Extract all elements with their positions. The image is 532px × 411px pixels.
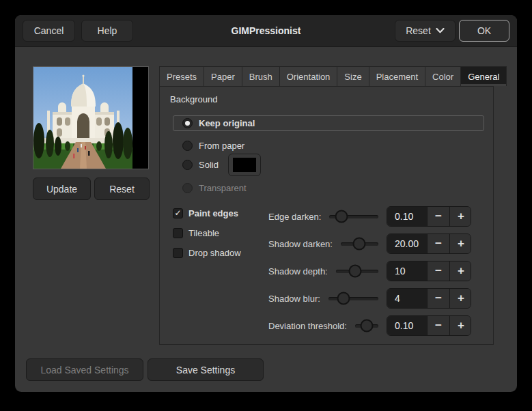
tab-brush[interactable]: Brush bbox=[242, 66, 280, 86]
header-bar: GIMPressionist Cancel Help Reset OK bbox=[15, 15, 517, 47]
radio-keep-original[interactable] bbox=[182, 118, 193, 128]
preview-frame bbox=[33, 66, 149, 169]
slider-knob-deviation-threshold[interactable] bbox=[360, 320, 373, 332]
load-saved-settings-button: Load Saved Settings bbox=[26, 358, 143, 381]
radio-transparent bbox=[182, 183, 193, 193]
slider-track-deviation-threshold[interactable] bbox=[355, 324, 378, 328]
spin-increment-button[interactable]: + bbox=[449, 316, 471, 335]
minus-icon: − bbox=[435, 319, 442, 332]
tab-color[interactable]: Color bbox=[425, 66, 461, 86]
radio-solid[interactable] bbox=[182, 160, 193, 170]
tab-orientation[interactable]: Orientation bbox=[280, 66, 338, 86]
spin-decrement-button[interactable]: − bbox=[427, 289, 449, 308]
radio-label-transparent: Transparent bbox=[199, 183, 247, 193]
reset-menu-button[interactable]: Reset bbox=[395, 20, 456, 42]
slider-row-edge-darken: Edge darken: 0.10 − + bbox=[268, 206, 471, 227]
tab-presets[interactable]: Presets bbox=[159, 66, 204, 86]
spin-increment-button[interactable]: + bbox=[449, 234, 471, 253]
slider-track-shadow-blur[interactable] bbox=[328, 297, 378, 300]
slider-label-shadow-blur: Shadow blur: bbox=[268, 294, 320, 304]
slider-label-edge-darken: Edge darken: bbox=[268, 212, 321, 222]
checkbox-row-paint-edges[interactable]: ✓ Paint edges bbox=[173, 207, 238, 219]
color-swatch bbox=[233, 158, 256, 172]
checkbox-label-paint-edges: Paint edges bbox=[188, 208, 238, 218]
slider-row-shadow-darken: Shadow darken: 20.00 − + bbox=[268, 233, 471, 254]
spin-value-shadow-blur[interactable]: 4 bbox=[387, 289, 427, 308]
tab-general[interactable]: General bbox=[461, 66, 507, 86]
spin-value-deviation-threshold[interactable]: 0.10 bbox=[387, 316, 427, 335]
checkbox-row-drop-shadow[interactable]: Drop shadow bbox=[173, 246, 241, 259]
tab-placement[interactable]: Placement bbox=[369, 66, 425, 86]
reset-menu-label: Reset bbox=[406, 25, 431, 36]
radio-row-transparent: Transparent bbox=[182, 182, 247, 194]
slider-knob-edge-darken[interactable] bbox=[335, 210, 348, 223]
spin-value-shadow-depth[interactable]: 10 bbox=[387, 261, 427, 281]
gimpressionist-dialog: GIMPressionist Cancel Help Reset OK bbox=[15, 15, 517, 392]
slider-label-shadow-darken: Shadow darken: bbox=[268, 239, 333, 249]
save-settings-button[interactable]: Save Settings bbox=[148, 358, 264, 381]
help-button[interactable]: Help bbox=[81, 20, 133, 42]
slider-track-shadow-depth[interactable] bbox=[336, 270, 378, 273]
plus-icon: + bbox=[458, 264, 464, 278]
checkmark-icon: ✓ bbox=[174, 209, 181, 217]
checkbox-label-drop-shadow: Drop shadow bbox=[188, 248, 241, 258]
radio-row-solid[interactable]: Solid bbox=[182, 154, 261, 176]
radio-from-paper[interactable] bbox=[182, 141, 193, 151]
tab-size[interactable]: Size bbox=[337, 66, 369, 86]
cancel-button[interactable]: Cancel bbox=[23, 20, 75, 42]
slider-knob-shadow-depth[interactable] bbox=[348, 265, 361, 278]
general-tab-panel: Background Keep original From paper Soli… bbox=[159, 86, 494, 345]
chevron-down-icon bbox=[436, 28, 445, 33]
radio-label-from-paper: From paper bbox=[199, 141, 244, 151]
preview-image bbox=[33, 67, 132, 169]
slider-knob-shadow-darken[interactable] bbox=[353, 238, 366, 251]
solid-color-swatch-button[interactable] bbox=[228, 154, 261, 176]
notebook: Presets Paper Brush Orientation Size Pla… bbox=[159, 66, 494, 345]
tab-bar: Presets Paper Brush Orientation Size Pla… bbox=[159, 66, 507, 86]
radio-label-solid: Solid bbox=[199, 160, 219, 170]
plus-icon: + bbox=[458, 237, 464, 251]
spin-decrement-button[interactable]: − bbox=[427, 316, 449, 335]
preview-reset-button[interactable]: Reset bbox=[94, 178, 150, 200]
spin-decrement-button[interactable]: − bbox=[427, 261, 449, 281]
spin-increment-button[interactable]: + bbox=[449, 289, 471, 308]
checkbox-drop-shadow[interactable] bbox=[173, 248, 183, 258]
spin-increment-button[interactable]: + bbox=[449, 261, 471, 281]
minus-icon: − bbox=[435, 292, 442, 305]
spinbox-deviation-threshold: 0.10 − + bbox=[387, 315, 471, 336]
slider-row-shadow-depth: Shadow depth: 10 − + bbox=[268, 261, 471, 281]
checkbox-row-tileable[interactable]: Tileable bbox=[173, 227, 219, 239]
minus-icon: − bbox=[435, 210, 442, 223]
checkbox-paint-edges[interactable]: ✓ bbox=[173, 208, 183, 218]
radio-label-keep-original: Keep original bbox=[199, 118, 255, 128]
slider-knob-shadow-blur[interactable] bbox=[337, 292, 350, 305]
tab-paper[interactable]: Paper bbox=[204, 66, 242, 86]
ok-button[interactable]: OK bbox=[459, 20, 509, 42]
spinbox-shadow-darken: 20.00 − + bbox=[387, 233, 471, 254]
update-button[interactable]: Update bbox=[33, 178, 91, 200]
radio-row-keep-original[interactable]: Keep original bbox=[173, 115, 484, 131]
slider-label-deviation-threshold: Deviation threshold: bbox=[268, 321, 347, 331]
radio-row-from-paper[interactable]: From paper bbox=[182, 139, 244, 152]
checkbox-label-tileable: Tileable bbox=[188, 228, 219, 238]
slider-row-deviation-threshold: Deviation threshold: 0.10 − + bbox=[268, 315, 471, 336]
minus-icon: − bbox=[435, 237, 442, 251]
slider-track-shadow-darken[interactable] bbox=[341, 242, 378, 246]
spin-value-shadow-darken[interactable]: 20.00 bbox=[387, 234, 427, 253]
spinbox-shadow-blur: 4 − + bbox=[387, 288, 471, 309]
spin-value-edge-darken[interactable]: 0.10 bbox=[387, 207, 427, 226]
plus-icon: + bbox=[458, 292, 464, 305]
slider-label-shadow-depth: Shadow depth: bbox=[268, 266, 328, 277]
spinbox-shadow-depth: 10 − + bbox=[387, 261, 471, 281]
slider-row-shadow-blur: Shadow blur: 4 − + bbox=[268, 288, 471, 309]
plus-icon: + bbox=[458, 210, 464, 223]
background-section-title: Background bbox=[170, 94, 217, 104]
window-backdrop: GIMPressionist Cancel Help Reset OK bbox=[0, 0, 532, 411]
slider-track-edge-darken[interactable] bbox=[329, 215, 378, 218]
spin-increment-button[interactable]: + bbox=[449, 207, 471, 226]
spin-decrement-button[interactable]: − bbox=[427, 207, 449, 226]
spinbox-edge-darken: 0.10 − + bbox=[387, 206, 471, 227]
spin-decrement-button[interactable]: − bbox=[427, 234, 449, 253]
plus-icon: + bbox=[458, 319, 464, 332]
checkbox-tileable[interactable] bbox=[173, 228, 183, 238]
